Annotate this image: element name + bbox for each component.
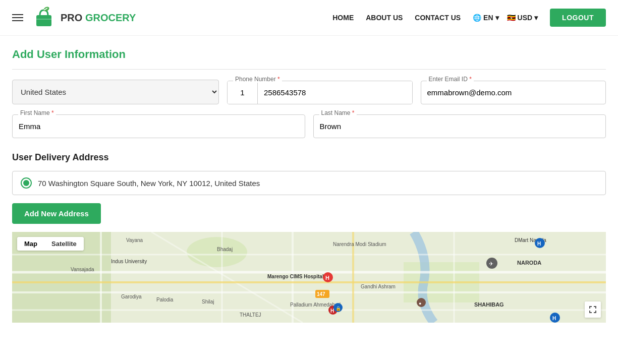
lang-label: EN [483,14,493,22]
globe-icon: 🌐 [473,14,481,22]
svg-rect-1 [36,15,51,26]
lang-chevron-icon: ▾ [495,14,499,22]
svg-text:Palodia: Palodia [156,297,174,302]
email-label: Enter Email ID * [427,76,474,83]
map-expand-button[interactable] [585,301,601,318]
svg-text:Vayana: Vayana [126,237,143,243]
svg-text:H: H [537,241,541,247]
svg-text:H: H [325,275,329,281]
svg-text:Marengo CIMS Hospital: Marengo CIMS Hospital [267,274,324,279]
svg-text:🔒: 🔒 [335,306,342,312]
first-name-label: First Name * [18,109,56,116]
svg-text:✈: ✈ [489,261,493,267]
svg-text:THALTEJ: THALTEJ [240,312,261,318]
lang-currency-group: 🌐 EN ▾ 🇺🇬 USD ▾ [473,14,538,22]
svg-point-8 [187,237,247,267]
first-name-input[interactable] [12,114,305,138]
country-select-wrap: United States United Kingdom Canada Aust… [12,80,219,104]
currency-selector[interactable]: 🇺🇬 USD ▾ [507,14,538,22]
logo: PRO GROCERY [31,5,136,30]
currency-chevron-icon: ▾ [534,14,538,22]
map-svg: Narendra Modi Stadium Marengo CIMS Hospi… [12,232,606,323]
map-container: Narendra Modi Stadium Marengo CIMS Hospi… [12,232,606,323]
add-address-button[interactable]: Add New Address [12,203,101,224]
first-name-wrap: First Name * [12,114,305,138]
svg-text:Indus University: Indus University [111,259,147,264]
phone-label: Phone Number * [233,76,282,83]
map-tab-map[interactable]: Map [17,237,44,251]
svg-text:H: H [330,308,334,314]
svg-text:Shilaj: Shilaj [202,299,214,305]
email-wrap: Enter Email ID * [421,81,606,104]
language-selector[interactable]: 🌐 EN ▾ [473,14,498,22]
nav-contact[interactable]: CONTACT US [415,14,461,22]
delivery-section-title: User Delivery Address [12,152,606,163]
last-name-input[interactable] [313,114,606,138]
svg-text:H: H [552,316,556,321]
radio-inner [23,180,29,186]
last-name-label: Last Name * [319,109,357,116]
svg-text:SHAHIBAG: SHAHIBAG [474,301,504,308]
form-row-2: First Name * Last Name * [12,114,606,138]
phone-required-star: * [276,76,280,83]
country-select[interactable]: United States United Kingdom Canada Aust… [12,80,219,104]
svg-text:●: ● [419,301,421,306]
section-divider [12,69,606,70]
form-row-1: United States United Kingdom Canada Aust… [12,80,606,104]
header-left: PRO GROCERY [12,5,136,30]
email-input[interactable] [421,81,606,104]
svg-text:Garodiya: Garodiya [121,294,142,299]
map-tab-satellite[interactable]: Satellite [44,237,84,251]
currency-label: USD [518,14,533,22]
logo-icon [31,5,57,30]
phone-field-group: Phone Number * [227,81,413,104]
logout-button[interactable]: LOGOUT [550,9,606,27]
svg-text:NARODA: NARODA [517,260,541,266]
header: PRO GROCERY HOME ABOUT US CONTACT US 🌐 E… [0,0,618,36]
last-name-wrap: Last Name * [313,114,606,138]
currency-flag-icon: 🇺🇬 [507,14,516,22]
map-background: Narendra Modi Stadium Marengo CIMS Hospi… [12,232,606,323]
address-row: 70 Washington Square South, New York, NY… [12,171,606,195]
svg-text:Narendra Modi Stadium: Narendra Modi Stadium [333,241,386,247]
svg-text:Bhadaj: Bhadaj [217,247,233,252]
main-nav: HOME ABOUT US CONTACT US 🌐 EN ▾ 🇺🇬 USD ▾… [332,9,606,27]
svg-text:147: 147 [317,291,325,297]
nav-about[interactable]: ABOUT US [366,14,403,22]
expand-icon [589,306,597,314]
svg-text:Gandhi Ashram: Gandhi Ashram [361,284,396,289]
hamburger-button[interactable] [12,14,23,21]
address-radio[interactable] [21,177,32,189]
phone-number-input[interactable] [258,81,412,104]
page-title: Add User Information [12,48,606,61]
main-content: Add User Information United States Unite… [0,36,618,323]
phone-border-wrap [227,81,413,104]
address-text: 70 Washington Square South, New York, NY… [38,179,260,188]
map-tabs: Map Satellite [17,237,84,251]
nav-home[interactable]: HOME [332,14,354,22]
svg-text:Vansajada: Vansajada [71,267,94,272]
phone-code-input[interactable] [228,81,258,104]
logo-text: PRO GROCERY [61,12,136,24]
